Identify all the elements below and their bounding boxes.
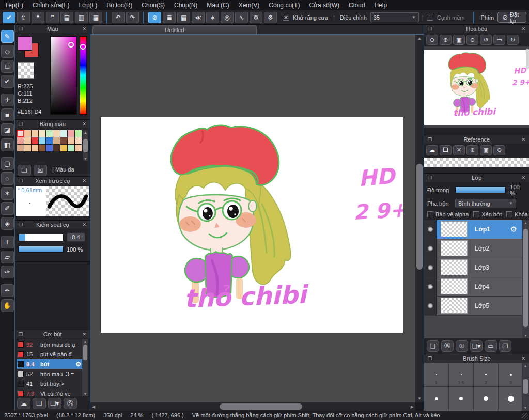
menu-item[interactable]: Xem(V) xyxy=(234,0,264,10)
cloud-brush-icon[interactable]: ☁ xyxy=(17,398,30,409)
eyedropper-tool[interactable]: ✒ xyxy=(1,284,14,297)
layer-row[interactable]: Lớp3 ⚙ xyxy=(424,258,522,277)
palette-scrollbar[interactable]: ▲ ▼ xyxy=(83,130,88,161)
palette-swatch[interactable] xyxy=(32,130,38,137)
antialias-checkbox[interactable]: ✕ xyxy=(283,14,289,21)
add-1bit-layer-icon[interactable]: ① xyxy=(456,340,468,352)
layer-row[interactable]: Lớp2 ⚙ xyxy=(424,239,522,258)
canvas-viewport[interactable] xyxy=(90,35,415,402)
close-icon[interactable]: ✕ xyxy=(81,332,88,337)
scroll-left-icon[interactable]: ◀ xyxy=(92,405,95,409)
popout-icon[interactable]: ❐ xyxy=(17,26,24,32)
palette-swatch[interactable] xyxy=(60,145,67,151)
close-icon[interactable]: ✕ xyxy=(520,26,527,32)
popout-icon[interactable]: ❐ xyxy=(426,137,433,142)
hue-indicator[interactable] xyxy=(80,44,86,50)
add-layer-icon[interactable]: ❏ xyxy=(427,340,439,352)
popout-icon[interactable]: ❐ xyxy=(17,178,24,183)
magic-wand-tool[interactable]: ✶ xyxy=(1,187,14,200)
reference-preview[interactable] xyxy=(424,158,529,167)
menu-item[interactable]: Công cụ(T) xyxy=(264,0,304,10)
palette-swatch[interactable] xyxy=(24,145,31,151)
palette-swatch[interactable] xyxy=(68,130,74,137)
document-tab[interactable]: Untitled xyxy=(92,25,257,34)
zoom-in-icon[interactable]: ⊕ xyxy=(466,145,478,155)
resize-grip[interactable] xyxy=(522,413,528,419)
scroll-down-icon[interactable]: ▼ xyxy=(524,406,527,410)
check-icon[interactable]: ✔ xyxy=(3,12,15,23)
sv-indicator[interactable] xyxy=(68,42,74,48)
hue-slider[interactable] xyxy=(80,36,87,115)
snap-pen-tool[interactable]: ✔ xyxy=(1,75,14,88)
palette-swatch[interactable] xyxy=(68,145,74,151)
close-icon[interactable]: ✕ xyxy=(520,137,527,142)
brush-size-cell[interactable] xyxy=(474,387,498,411)
curve-icon[interactable]: ∿ xyxy=(235,12,248,23)
brush-list-item[interactable]: 52 trộn màu .3 = ⚙ xyxy=(17,369,82,379)
menu-item[interactable]: Cửa sổ(W) xyxy=(304,0,344,10)
palette-swatch[interactable] xyxy=(75,145,82,151)
menu-item[interactable]: Chọn(S) xyxy=(137,0,169,10)
gear-icon[interactable]: ⚙ xyxy=(75,361,81,368)
edit-grid-icon[interactable]: ▦ xyxy=(89,12,102,23)
brush-opacity-slider[interactable] xyxy=(18,246,64,253)
palette-swatch[interactable] xyxy=(75,130,82,137)
add-folder-icon[interactable]: ▭ xyxy=(485,340,497,352)
palette-swatch[interactable] xyxy=(46,130,53,137)
menu-item[interactable]: Tệp(F) xyxy=(0,0,28,10)
layer-visibility-toggle[interactable] xyxy=(428,303,433,308)
cloud-open-icon[interactable]: ☁ xyxy=(426,145,438,155)
popout-icon[interactable]: ❐ xyxy=(17,222,24,227)
brush-size-value[interactable]: 8.4 xyxy=(67,232,85,242)
scroll-up-icon[interactable]: ▲ xyxy=(417,36,422,41)
bucket-tool[interactable]: ◪ xyxy=(1,123,14,136)
layer-scrollbar[interactable]: ▲ ▼ xyxy=(522,220,529,338)
brush-size-cell[interactable]: 1 xyxy=(424,363,448,386)
fit-screen-icon[interactable]: ▣ xyxy=(453,35,465,45)
palette-swatch[interactable] xyxy=(46,137,53,144)
brush-size-cell[interactable]: 3 xyxy=(499,363,523,386)
scroll-down-icon[interactable]: ▼ xyxy=(524,334,527,337)
hand-tool[interactable]: ✋ xyxy=(1,299,14,312)
brush-list-item[interactable]: 15 pút vẽ pàn đ ⚙ xyxy=(17,349,82,359)
layer-row[interactable]: Lớp4 ⚙ xyxy=(424,277,522,297)
operation-tool[interactable]: ▱ xyxy=(1,251,14,263)
grid-pattern-icon[interactable]: ▦ xyxy=(177,12,190,23)
gradient-tool[interactable]: ◧ xyxy=(1,138,14,151)
brush-tool[interactable]: ✎ xyxy=(1,30,14,43)
menu-item[interactable]: Chỉnh sửa(E) xyxy=(28,0,74,10)
add-brush-menu-icon[interactable]: ❏▾ xyxy=(48,398,61,409)
palette-swatch[interactable] xyxy=(68,137,74,144)
fit-screen-icon[interactable]: ▣ xyxy=(480,145,492,155)
transparent-color-swatch[interactable] xyxy=(18,62,34,79)
protect-alpha-checkbox[interactable]: ✕ xyxy=(427,211,433,217)
layer-row[interactable]: Lớp1 ⚙ xyxy=(424,220,522,239)
popout-icon[interactable]: ❐ xyxy=(17,332,24,337)
palette-swatch[interactable] xyxy=(32,145,38,151)
clipping-checkbox[interactable]: ✕ xyxy=(473,211,479,217)
menu-item[interactable]: Màu (C) xyxy=(202,0,234,10)
close-icon[interactable]: ✕ xyxy=(520,175,527,180)
menu-item[interactable]: Help xyxy=(369,0,392,10)
scroll-up-icon[interactable]: ▲ xyxy=(524,364,527,367)
move-tool[interactable]: ✛ xyxy=(1,94,14,106)
palette-swatch[interactable] xyxy=(53,137,60,144)
gear-icon[interactable]: ⚙ xyxy=(264,12,277,23)
export-icon[interactable]: ⇧ xyxy=(17,12,30,23)
scroll-down-icon[interactable]: ▼ xyxy=(84,392,87,396)
delete-color-icon[interactable]: ☒ xyxy=(34,165,47,176)
scroll-up-icon[interactable]: ▲ xyxy=(84,131,87,134)
add-layer-menu-icon[interactable]: ❏▾ xyxy=(470,340,483,352)
popout-icon[interactable]: ❐ xyxy=(426,356,433,361)
scroll-up-icon[interactable]: ▲ xyxy=(524,221,527,225)
brush-size-cell[interactable]: 2 xyxy=(474,363,498,386)
layer-visibility-toggle[interactable] xyxy=(428,284,433,289)
palette-swatch[interactable] xyxy=(17,145,24,151)
palette-swatch[interactable] xyxy=(75,137,82,144)
adjust-dropdown[interactable]: 35 ▼ xyxy=(370,12,419,22)
hatch-lines-icon[interactable]: ≣ xyxy=(163,12,176,23)
select-pen-tool[interactable]: ✐ xyxy=(1,202,14,215)
palette-swatch[interactable] xyxy=(24,130,31,137)
zoom-out-icon[interactable]: ⊖ xyxy=(466,35,478,45)
close-icon[interactable]: ✕ xyxy=(81,26,88,32)
